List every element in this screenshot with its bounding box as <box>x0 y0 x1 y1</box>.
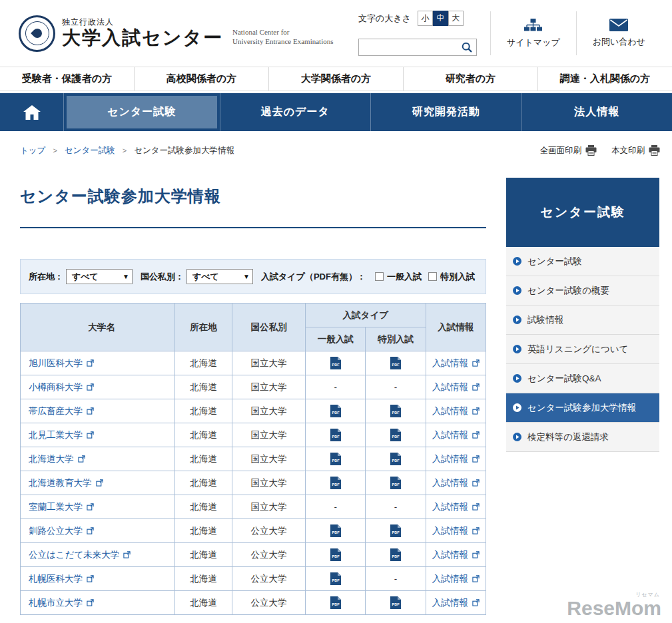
pdf-icon[interactable]: PDF <box>390 548 401 561</box>
external-link-icon <box>472 455 480 463</box>
exam-info-link[interactable]: 入試情報 <box>432 525 480 537</box>
pdf-icon[interactable]: PDF <box>330 429 341 441</box>
exam-info-label: 入試情報 <box>432 477 468 489</box>
svg-text:PDF: PDF <box>392 602 400 606</box>
sidebar-item[interactable]: 試験情報 <box>506 306 659 335</box>
sidebar-item[interactable]: 英語リスニングについて <box>506 335 659 364</box>
no-pdf-mark: - <box>394 502 398 512</box>
search-button[interactable] <box>458 39 476 55</box>
audience-nav-item[interactable]: 調達・入札関係の方 <box>537 67 672 91</box>
print-link[interactable]: 本文印刷 <box>611 145 660 156</box>
breadcrumb-item[interactable]: トップ <box>20 145 45 156</box>
sidebar-item[interactable]: センター試験 <box>506 247 659 276</box>
print-link[interactable]: 全画面印刷 <box>540 145 597 156</box>
general-exam-cell: - <box>306 375 366 399</box>
pdf-icon[interactable]: PDF <box>330 548 341 561</box>
category-cell: 公立大学 <box>232 591 306 615</box>
pdf-icon[interactable]: PDF <box>330 524 341 537</box>
university-link[interactable]: 北見工業大学 <box>29 429 94 441</box>
pdf-icon[interactable]: PDF <box>330 596 341 609</box>
sidebar-item-label: 検定料等の返還請求 <box>527 431 609 443</box>
exam-info-link[interactable]: 入試情報 <box>432 477 480 489</box>
pdf-icon[interactable]: PDF <box>330 572 341 585</box>
audience-nav-item[interactable]: 研究者の方 <box>403 67 537 91</box>
arrow-bullet-icon <box>513 433 521 441</box>
audience-nav-item[interactable]: 受験者・保護者の方 <box>0 67 134 91</box>
contact-link[interactable]: お問い合わせ <box>577 9 661 58</box>
sidebar-item[interactable]: 検定料等の返還請求 <box>506 423 659 452</box>
pdf-icon[interactable]: PDF <box>330 477 341 489</box>
breadcrumb-item[interactable]: センター試験 <box>65 145 115 156</box>
pdf-icon[interactable]: PDF <box>330 405 341 417</box>
university-link[interactable]: 小樽商科大学 <box>29 381 94 393</box>
info-cell: 入試情報 <box>426 423 486 447</box>
university-row: 札幌医科大学北海道公立大学PDF-入試情報 <box>21 567 486 591</box>
pdf-icon[interactable]: PDF <box>390 524 401 537</box>
pdf-icon[interactable]: PDF <box>390 357 401 369</box>
pdf-icon[interactable]: PDF <box>390 596 401 609</box>
pdf-icon[interactable]: PDF <box>330 357 341 369</box>
location-select[interactable]: すべて ▼ <box>66 269 133 284</box>
exam-type-checkbox[interactable] <box>428 272 437 281</box>
university-link[interactable]: 札幌医科大学 <box>29 573 94 585</box>
sitemap-label: サイトマップ <box>507 37 560 49</box>
university-link[interactable]: 釧路公立大学 <box>29 525 94 537</box>
breadcrumb-item: センター試験参加大学情報 <box>134 145 234 156</box>
university-row: 北海道教育大学北海道国立大学PDFPDF入試情報 <box>21 471 486 495</box>
category-select[interactable]: すべて ▼ <box>186 269 253 284</box>
exam-info-link[interactable]: 入試情報 <box>432 429 480 441</box>
pdf-icon[interactable]: PDF <box>390 405 401 417</box>
university-link[interactable]: 北海道教育大学 <box>29 477 103 489</box>
font-size-button[interactable]: 小 <box>418 11 433 26</box>
sitemap-link[interactable]: サイトマップ <box>491 9 576 58</box>
exam-info-link[interactable]: 入試情報 <box>432 549 480 561</box>
exam-info-link[interactable]: 入試情報 <box>432 357 480 369</box>
exam-info-link[interactable]: 入試情報 <box>432 453 480 465</box>
main-nav-item[interactable]: 研究開発活動 <box>370 93 521 131</box>
university-link[interactable]: 札幌市立大学 <box>29 597 94 609</box>
exam-info-link[interactable]: 入試情報 <box>432 405 480 417</box>
sidebar-item[interactable]: センター試験Q&A <box>506 364 659 393</box>
home-button[interactable] <box>0 93 63 131</box>
font-size-button[interactable]: 中 <box>433 11 448 26</box>
external-link-icon <box>96 479 103 487</box>
site-logo[interactable]: 独立行政法人 大学入試センター National Center for Univ… <box>19 15 333 52</box>
location-cell: 北海道 <box>175 543 232 567</box>
search-input[interactable] <box>359 39 458 55</box>
audience-nav-item[interactable]: 高校関係者の方 <box>134 67 268 91</box>
exam-type-checkbox[interactable] <box>375 272 384 281</box>
watermark-text: ReseMom <box>567 597 661 619</box>
external-link-icon <box>472 551 480 558</box>
exam-info-link[interactable]: 入試情報 <box>432 597 480 609</box>
university-link[interactable]: 北海道大学 <box>29 453 85 465</box>
pdf-icon[interactable]: PDF <box>330 453 341 465</box>
audience-nav-item[interactable]: 大学関係者の方 <box>268 67 403 91</box>
pdf-icon[interactable]: PDF <box>390 477 401 489</box>
external-link-icon <box>78 455 85 463</box>
exam-info-link[interactable]: 入試情報 <box>432 381 480 393</box>
exam-info-link[interactable]: 入試情報 <box>432 573 480 585</box>
exam-info-label: 入試情報 <box>432 525 468 537</box>
svg-text:PDF: PDF <box>392 435 400 439</box>
exam-type-checkbox-item[interactable]: 一般入試 <box>375 271 422 283</box>
university-link[interactable]: 室蘭工業大学 <box>29 501 94 513</box>
exam-type-checkbox-item[interactable]: 特別入試 <box>428 271 475 283</box>
main-nav-item[interactable]: 法人情報 <box>521 93 672 131</box>
university-link[interactable]: 公立はこだて未来大学 <box>29 549 131 561</box>
university-name: 小樽商科大学 <box>29 381 83 393</box>
university-link[interactable]: 旭川医科大学 <box>29 357 94 369</box>
info-cell: 入試情報 <box>426 351 486 375</box>
location-cell: 北海道 <box>175 591 232 615</box>
location-cell: 北海道 <box>175 495 232 519</box>
sidebar-item[interactable]: センター試験の概要 <box>506 276 659 306</box>
pdf-icon[interactable]: PDF <box>390 429 401 441</box>
exam-info-link[interactable]: 入試情報 <box>432 501 480 513</box>
general-exam-cell: PDF <box>306 543 366 567</box>
font-size-button[interactable]: 大 <box>448 11 464 26</box>
university-link[interactable]: 帯広畜産大学 <box>29 405 94 417</box>
main-nav-item[interactable]: 過去のデータ <box>220 93 371 131</box>
pdf-icon[interactable]: PDF <box>390 453 401 465</box>
arrow-bullet-icon <box>513 374 521 383</box>
sidebar-item[interactable]: センター試験参加大学情報 <box>506 393 659 423</box>
main-nav-item[interactable]: センター試験 <box>63 93 220 131</box>
